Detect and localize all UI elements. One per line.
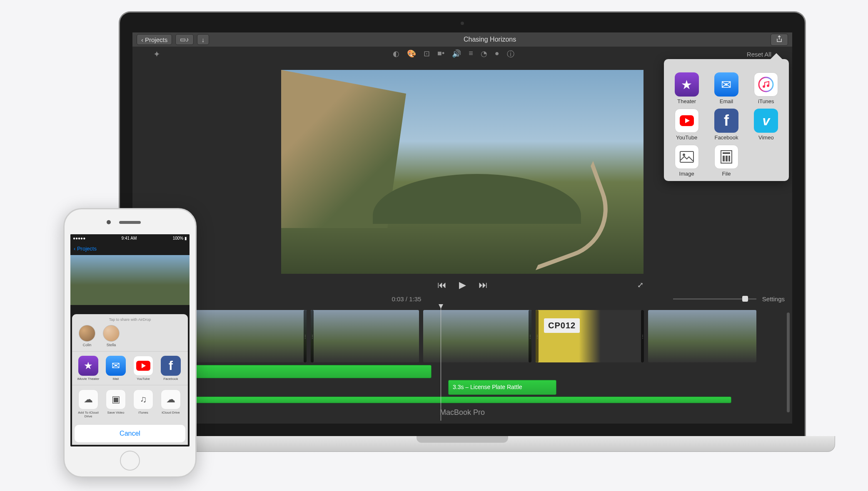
timeline-scrollbar[interactable] bbox=[787, 312, 790, 412]
library-toggle-button[interactable]: ▭♪ bbox=[175, 34, 194, 45]
reset-all-button[interactable]: Reset All bbox=[747, 51, 771, 58]
share-label: File bbox=[722, 171, 731, 177]
signal-icon: ●●●●● bbox=[73, 236, 85, 241]
phone-video-preview[interactable] bbox=[70, 255, 190, 305]
action-label: iTunes bbox=[138, 411, 148, 414]
share-email[interactable]: ✉ Email bbox=[708, 72, 745, 104]
mail-icon: ✉ bbox=[106, 356, 126, 376]
share-facebook[interactable]: f Facebook bbox=[708, 109, 745, 141]
video-clip[interactable]: ⋮ bbox=[311, 310, 419, 362]
timeline[interactable]: ⋮ ⋮ ⋮ ⋮ CP012 ⋮ ⋮ bbox=[132, 304, 792, 421]
back-label: Projects bbox=[145, 36, 167, 43]
color-correction-icon[interactable]: 🎨 bbox=[407, 49, 416, 59]
theater-icon: ★ bbox=[675, 72, 699, 97]
video-preview[interactable] bbox=[281, 70, 644, 274]
share-app-mail[interactable]: ✉ Mail bbox=[104, 356, 128, 381]
project-title: Chasing Horizons bbox=[209, 36, 771, 43]
music-track[interactable] bbox=[140, 397, 731, 403]
airdrop-person[interactable]: Colin bbox=[78, 325, 96, 347]
play-button[interactable]: ▶ bbox=[459, 280, 466, 290]
share-youtube[interactable]: YouTube bbox=[668, 109, 705, 141]
playhead[interactable] bbox=[441, 304, 441, 421]
share-app-youtube[interactable]: YouTube bbox=[131, 356, 155, 381]
cancel-button[interactable]: Cancel bbox=[75, 425, 185, 442]
share-app-facebook[interactable]: f Facebook bbox=[159, 356, 183, 381]
action-add-icloud[interactable]: ☁︎ Add To iCloud Drive bbox=[76, 389, 100, 418]
back-projects-button[interactable]: ‹ Projects bbox=[137, 34, 172, 45]
macbook-hinge-notch bbox=[417, 436, 508, 443]
clip-handle-right[interactable]: ⋮ bbox=[529, 310, 531, 362]
zoom-slider[interactable] bbox=[673, 298, 756, 300]
timeline-settings-button[interactable]: Settings bbox=[762, 295, 785, 303]
app-label: Facebook bbox=[163, 377, 178, 381]
audio-clip-labeled[interactable]: 3.3s – License Plate Rattle bbox=[448, 380, 556, 395]
action-label: Add To iCloud Drive bbox=[76, 411, 100, 418]
device-label: MacBook Pro bbox=[440, 408, 485, 417]
avatar bbox=[79, 325, 95, 342]
share-actions-row: ☁︎ Add To iCloud Drive ▣ Save Video ♫ iT… bbox=[72, 385, 188, 422]
status-bar: ●●●●● 9:41 AM 100% ▮ bbox=[70, 234, 190, 242]
app-label: YouTube bbox=[137, 377, 150, 381]
itunes-icon: ♫ bbox=[133, 389, 153, 409]
filter-icon[interactable]: ● bbox=[495, 49, 499, 59]
clip-handle-left[interactable]: ⋮ bbox=[536, 310, 539, 362]
svg-rect-10 bbox=[728, 156, 730, 161]
clip-handle-left[interactable]: ⋮ bbox=[311, 310, 314, 362]
video-clip[interactable] bbox=[648, 310, 756, 362]
volume-icon[interactable]: 🔊 bbox=[452, 49, 461, 59]
itunes-icon bbox=[754, 72, 778, 97]
video-track: ⋮ ⋮ ⋮ ⋮ CP012 ⋮ ⋮ bbox=[140, 310, 785, 362]
svg-point-5 bbox=[683, 154, 685, 156]
action-iclouddrive[interactable]: ☁ iCloud Drive bbox=[159, 389, 183, 418]
share-app-imovie-theater[interactable]: ★ iMovie Theater bbox=[76, 356, 100, 381]
facebook-icon: f bbox=[714, 109, 738, 133]
equalizer-icon[interactable]: ≡ bbox=[469, 49, 473, 59]
airdrop-people: Colin Stella bbox=[72, 323, 188, 351]
facebook-icon: f bbox=[161, 356, 181, 376]
titlebar-right bbox=[771, 34, 788, 46]
clip-handle-right[interactable]: ⋮ bbox=[304, 310, 307, 362]
crop-icon[interactable]: ⊡ bbox=[424, 49, 430, 59]
front-camera-icon bbox=[107, 220, 111, 224]
share-button[interactable] bbox=[771, 34, 788, 46]
share-label: Vimeo bbox=[758, 134, 774, 141]
film-icon: ▭♪ bbox=[180, 36, 189, 43]
share-theater[interactable]: ★ Theater bbox=[668, 72, 705, 104]
video-clip[interactable]: ⋮ bbox=[423, 310, 531, 362]
action-itunes[interactable]: ♫ iTunes bbox=[131, 389, 155, 418]
time-sep: / bbox=[406, 295, 409, 303]
titlebar-left: ‹ Projects ▭♪ ↓ bbox=[137, 34, 209, 45]
timecode: 0:03 / 1:35 bbox=[140, 295, 673, 303]
share-label: Email bbox=[720, 98, 733, 104]
svg-rect-8 bbox=[723, 156, 725, 161]
color-balance-icon[interactable]: ◐ bbox=[393, 49, 399, 59]
share-file[interactable]: File bbox=[708, 145, 745, 177]
phone-back-button[interactable]: ‹ Projects bbox=[74, 246, 97, 252]
stabilize-icon[interactable]: ■• bbox=[437, 49, 444, 59]
share-itunes[interactable]: iTunes bbox=[748, 72, 785, 104]
zoom-thumb[interactable] bbox=[742, 296, 748, 302]
clip-handle-right[interactable]: ⋮ bbox=[641, 310, 644, 362]
share-sheet: Tap to share with AirDrop Colin Stella ★… bbox=[72, 314, 188, 445]
share-icon bbox=[776, 35, 783, 44]
magic-wand-icon[interactable]: ✦ bbox=[153, 49, 160, 59]
share-label: Theater bbox=[677, 98, 696, 104]
fullscreen-button[interactable]: ⤢ bbox=[637, 280, 644, 290]
speaker-icon bbox=[119, 221, 141, 224]
share-label: Image bbox=[679, 171, 694, 177]
svg-rect-4 bbox=[680, 151, 693, 162]
speed-icon[interactable]: ◔ bbox=[481, 49, 487, 59]
action-save-video[interactable]: ▣ Save Video bbox=[104, 389, 128, 418]
share-vimeo[interactable]: v Vimeo bbox=[748, 109, 785, 141]
import-button[interactable]: ↓ bbox=[197, 34, 210, 45]
video-clip[interactable]: CP012 ⋮ ⋮ bbox=[536, 310, 644, 362]
share-image[interactable]: Image bbox=[668, 145, 705, 177]
prev-button[interactable]: ⏮ bbox=[437, 280, 446, 290]
next-button[interactable]: ⏭ bbox=[479, 280, 488, 290]
info-icon[interactable]: ⓘ bbox=[507, 49, 514, 59]
home-button[interactable] bbox=[120, 451, 140, 471]
youtube-icon bbox=[133, 356, 153, 376]
airdrop-person[interactable]: Stella bbox=[102, 325, 120, 347]
share-apps-row: ★ iMovie Theater ✉ Mail YouTube f Facebo… bbox=[72, 352, 188, 385]
share-label: iTunes bbox=[758, 98, 774, 104]
